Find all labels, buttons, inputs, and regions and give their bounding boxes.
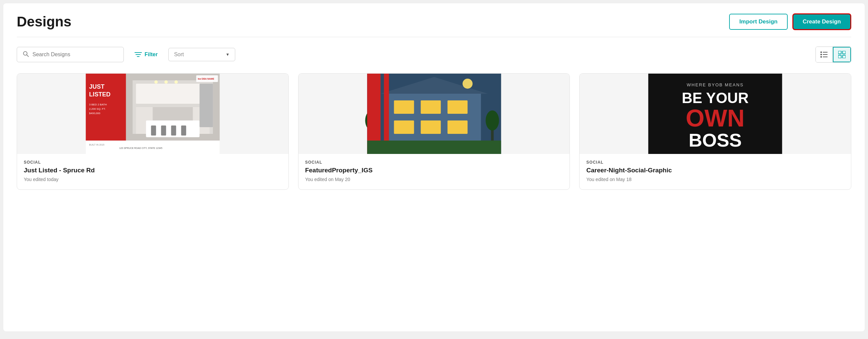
chevron-down-icon: ▼ [225,52,229,57]
filter-label: Filter [145,52,158,58]
card-body-2: SOCIAL FeaturedProperty_IGS You edited o… [299,154,570,189]
import-design-button[interactable]: Import Design [729,14,787,30]
svg-text:kw DBA NAME: kw DBA NAME [198,78,214,80]
svg-text:2,200 SQ. FT.: 2,200 SQ. FT. [89,107,105,111]
svg-point-52 [486,111,499,130]
grid-view-button[interactable] [833,47,851,62]
svg-rect-23 [181,125,186,135]
search-box [17,47,124,62]
svg-text:BOSS: BOSS [689,129,742,151]
design-card-2[interactable]: SOCIAL FeaturedProperty_IGS You edited o… [298,73,570,190]
card-category-2: SOCIAL [305,160,563,165]
svg-text:JUST: JUST [89,83,104,90]
filter-button[interactable]: Filter [129,48,163,61]
toolbar: Filter Sort ▼ [17,47,851,63]
svg-rect-24 [199,84,213,127]
design-card-1[interactable]: JUST LISTED 3 BED 2 BATH 2,200 SQ. FT. $… [17,73,289,190]
svg-rect-47 [447,121,467,134]
sort-label: Sort [174,52,222,58]
create-design-button[interactable]: Create Design [793,13,851,30]
svg-rect-46 [421,121,441,134]
svg-text:LISTED: LISTED [89,91,111,98]
grid-view-icon [838,51,845,58]
card-image-2 [299,73,570,154]
svg-rect-22 [171,125,176,135]
svg-rect-6 [820,56,822,58]
svg-rect-3 [823,52,828,53]
card-meta-3: You edited on May 18 [586,177,844,182]
svg-rect-9 [843,51,845,54]
page-title: Designs [17,14,71,30]
svg-text:WHERE BYOB MEANS: WHERE BYOB MEANS [687,82,744,87]
career-night-preview: WHERE BYOB MEANS BE YOUR OWN BOSS [580,73,851,154]
card-image-3: WHERE BYOB MEANS BE YOUR OWN BOSS [580,73,851,154]
svg-text:3 BED 2 BATH: 3 BED 2 BATH [89,103,107,106]
card-title-2: FeaturedProperty_IGS [305,167,563,174]
list-view-icon [820,52,828,58]
view-toggle [815,47,851,63]
card-body-3: SOCIAL Career-Night-Social-Graphic You e… [580,154,851,189]
svg-point-26 [164,80,168,84]
filter-icon [134,52,142,58]
svg-point-25 [154,80,158,84]
page-wrapper: Designs Import Design Create Design Filt… [3,3,865,331]
search-icon [23,51,29,59]
card-category-3: SOCIAL [586,160,844,165]
header-actions: Import Design Create Design [729,13,851,30]
svg-rect-7 [823,57,828,57]
just-listed-preview: JUST LISTED 3 BED 2 BATH 2,200 SQ. FT. $… [17,73,288,154]
svg-text:BE YOUR: BE YOUR [682,90,749,106]
svg-rect-5 [823,54,828,55]
card-title-1: Just Listed - Spruce Rd [24,167,282,174]
search-input[interactable] [32,52,118,58]
card-body-1: SOCIAL Just Listed - Spruce Rd You edite… [17,154,288,189]
svg-text:OWN: OWN [686,105,745,131]
featured-property-preview [299,73,570,154]
svg-rect-10 [838,55,841,58]
svg-rect-44 [447,100,467,114]
svg-rect-21 [161,125,166,135]
svg-rect-42 [394,100,414,114]
card-meta-2: You edited on May 20 [305,177,563,182]
design-card-3[interactable]: WHERE BYOB MEANS BE YOUR OWN BOSS SOCIAL… [579,73,851,190]
designs-grid: JUST LISTED 3 BED 2 BATH 2,200 SQ. FT. $… [17,73,851,190]
svg-point-27 [174,80,178,84]
svg-text:$400,000: $400,000 [89,112,100,115]
svg-rect-43 [421,100,441,114]
card-title-3: Career-Night-Social-Graphic [586,167,844,174]
svg-line-1 [27,55,28,57]
sort-dropdown[interactable]: Sort ▼ [168,48,235,61]
svg-rect-4 [820,54,822,55]
card-category-1: SOCIAL [24,160,282,165]
svg-rect-8 [838,51,841,54]
list-view-button[interactable] [816,47,833,62]
svg-text:BUILT IN 2015: BUILT IN 2015 [89,144,104,146]
svg-rect-20 [151,125,156,135]
svg-rect-45 [394,121,414,134]
header: Designs Import Design Create Design [17,13,851,37]
card-image-1: JUST LISTED 3 BED 2 BATH 2,200 SQ. FT. $… [17,73,288,154]
card-meta-1: You edited today [24,177,282,182]
svg-text:123 SPRUCE ROAD CITY, STATE 12: 123 SPRUCE ROAD CITY, STATE 12345 [119,147,162,149]
svg-rect-55 [367,141,501,154]
svg-point-56 [462,79,472,89]
svg-rect-11 [843,55,845,58]
svg-rect-16 [136,84,210,104]
svg-rect-2 [820,52,822,53]
